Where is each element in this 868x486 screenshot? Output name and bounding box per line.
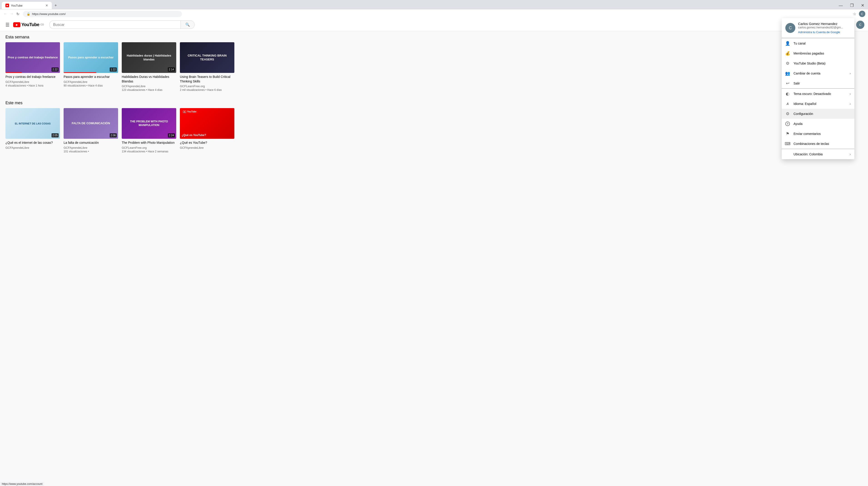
video-duration-freelance: 2:22 — [52, 67, 59, 71]
new-tab-button[interactable]: + — [53, 2, 59, 9]
combinaciones-icon: ⌨ — [785, 142, 790, 146]
youtube-country-badge: CO — [40, 23, 44, 26]
tema-oscuro-arrow: › — [849, 92, 851, 96]
active-tab[interactable]: ▶ YouTube ✕ — [2, 2, 52, 9]
video-thumb-brain: CRITICAL THINKING BRAIN TEASERS — [180, 42, 235, 73]
tab-title: YouTube — [11, 4, 43, 7]
esta-semana-title[interactable]: Esta semana — [5, 31, 863, 42]
video-card-falta[interactable]: FALTA DE COMUNICACIÓN 2:06 La falta de c… — [64, 108, 118, 155]
account-dropdown: C Carlos Gomez Hernandez carlos.gomez.he… — [782, 18, 855, 155]
video-channel-freelance: GCFAprendeLibre — [5, 80, 60, 84]
close-button[interactable]: ✕ — [859, 2, 866, 8]
dropdown-item-membresias[interactable]: 💰 Membresías pagadas — [782, 49, 855, 58]
este-mes-title[interactable]: Este mes — [5, 97, 863, 108]
video-card-que-youtube[interactable]: ▶ YouTube ¿Qué es YouTube? ¿Qué es YouTu… — [180, 108, 235, 155]
header-right: C — [856, 21, 864, 29]
video-card-internet[interactable]: EL INTERNET DE LAS COSAS 2:05 ¿Qué es el… — [5, 108, 60, 155]
video-channel-photo: GCFLearnFree.org — [122, 146, 176, 149]
dropdown-item-yt-studio[interactable]: ⚙ YouTube Studio (Beta) — [782, 58, 855, 68]
video-thumb-pasos: Pasos para aprender a escuchar 1:22 — [64, 42, 118, 73]
video-channel-falta: GCFAprendeLibre — [64, 146, 118, 149]
ubicacion-label: Ubicación: Colombia — [794, 152, 846, 155]
dropdown-item-ubicacion[interactable]: Ubicación: Colombia › — [782, 149, 855, 155]
video-duration-habilidades: 2:14 — [168, 67, 175, 71]
este-mes-grid: EL INTERNET DE LAS COSAS 2:05 ¿Qué es el… — [5, 108, 863, 155]
minimize-button[interactable]: — — [837, 3, 845, 8]
youtube-logo[interactable]: YouTube CO — [13, 22, 44, 27]
video-meta-habilidades: 123 visualizaciones • Hace 4 días — [122, 88, 176, 92]
dropdown-item-cambiar-cuenta[interactable]: 👥 Cambiar de cuenta › — [782, 68, 855, 78]
refresh-button[interactable]: ↻ — [16, 11, 20, 17]
dropdown-item-salir[interactable]: ↩ Salir — [782, 78, 855, 88]
tu-canal-label: Tu canal — [794, 41, 851, 45]
search-bar: 🔍 — [49, 21, 195, 29]
video-thumb-que-youtube: ▶ YouTube ¿Qué es YouTube? — [180, 108, 235, 139]
hamburger-menu-button[interactable]: ☰ — [4, 20, 11, 29]
dropdown-item-configuracion[interactable]: ⚙ Configuración — [782, 109, 855, 119]
salir-icon: ↩ — [785, 81, 790, 86]
video-info-freelance: Pros y contras del trabajo freelance GCF… — [5, 73, 60, 89]
forward-button[interactable]: → — [9, 11, 14, 17]
tab-close-button[interactable]: ✕ — [45, 4, 48, 7]
cambiar-cuenta-icon: 👥 — [785, 71, 790, 75]
user-name: Carlos Gomez Hernandez — [798, 22, 851, 26]
video-meta-pasos: 90 visualizaciones • Hace 4 días — [64, 84, 118, 87]
video-info-pasos: Pasos para aprender a escuchar GCFAprend… — [64, 73, 118, 89]
browser-account-button[interactable]: C — [859, 11, 865, 17]
video-channel-internet: GCFAprendeLibre — [5, 146, 60, 149]
configuracion-icon: ⚙ — [785, 112, 790, 116]
manage-account-link[interactable]: Administra tu Cuenta de Google — [798, 30, 840, 34]
video-meta-brain: 2 mil visualizaciones • Hace 6 días — [180, 88, 235, 92]
user-avatar: C — [785, 23, 795, 33]
dropdown-item-combinaciones[interactable]: ⌨ Combinaciones de teclas — [782, 139, 855, 149]
user-avatar-button[interactable]: C — [856, 21, 864, 29]
youtube-logo-icon — [13, 22, 21, 27]
dropdown-item-ayuda[interactable]: ? Ayuda — [782, 119, 855, 129]
url-box[interactable]: 🔒 https://www.youtube.com/ — [23, 11, 182, 17]
main-content: Esta semana Pros y contras del trabajo f… — [0, 31, 868, 155]
address-bar: ← → ↻ 🔒 https://www.youtube.com/ ☆ C — [0, 9, 868, 19]
video-info-falta: La falta de comunicación GCFAprendeLibre… — [64, 139, 118, 155]
video-card-habilidades[interactable]: Habilidades duras | Habilidades blandas … — [122, 42, 176, 93]
video-thumb-photo: THE PROBLEM WITH PHOTO MANIPULATION 2:24 — [122, 108, 176, 139]
search-button[interactable]: 🔍 — [181, 21, 195, 29]
salir-label: Salir — [794, 82, 851, 85]
video-card-freelance[interactable]: Pros y contras del trabajo freelance 2:2… — [5, 42, 60, 93]
membresias-icon: 💰 — [785, 51, 790, 56]
dropdown-header: C Carlos Gomez Hernandez carlos.gomez.he… — [782, 18, 855, 38]
video-channel-brain: GCFLearnFree.org — [180, 85, 235, 88]
tu-canal-icon: 👤 — [785, 41, 790, 45]
video-info-internet: ¿Qué es el internet de las cosas? GCFApr… — [5, 139, 60, 152]
video-title-internet: ¿Qué es el internet de las cosas? — [5, 141, 60, 145]
video-channel-habilidades: GCFAprendeLibre — [122, 85, 176, 88]
back-button[interactable]: ← — [3, 11, 8, 17]
membresias-label: Membresías pagadas — [794, 52, 851, 55]
video-meta-freelance: 4 visualizaciones • Hace 1 hora — [5, 84, 60, 87]
ayuda-label: Ayuda — [794, 122, 851, 126]
maximize-button[interactable]: ❐ — [848, 2, 856, 8]
video-duration-pasos: 1:22 — [110, 67, 117, 71]
tema-oscuro-icon: ◐ — [785, 92, 790, 96]
dropdown-item-enviar-comentarios[interactable]: ⚑ Enviar comentarios — [782, 129, 855, 139]
dropdown-item-tema-oscuro[interactable]: ◐ Tema oscuro: Desactivado › — [782, 89, 855, 99]
browser-chrome: ▶ YouTube ✕ + — ❐ ✕ ← → ↻ 🔒 https://www.… — [0, 0, 868, 19]
video-thumb-habilidades: Habilidades duras | Habilidades blandas … — [122, 42, 176, 73]
cambiar-cuenta-label: Cambiar de cuenta — [794, 71, 846, 75]
video-progress-freelance — [5, 72, 22, 73]
dropdown-item-idioma[interactable]: A Idioma: Español › — [782, 99, 855, 109]
video-progress-pasos — [64, 72, 96, 73]
ubicacion-arrow: › — [849, 152, 851, 155]
thumb-overlay-brain: CRITICAL THINKING BRAIN TEASERS — [180, 42, 235, 73]
video-card-photo[interactable]: THE PROBLEM WITH PHOTO MANIPULATION 2:24… — [122, 108, 176, 155]
video-card-pasos[interactable]: Pasos para aprender a escuchar 1:22 Paso… — [64, 42, 118, 93]
lock-icon: 🔒 — [27, 12, 30, 16]
search-input[interactable] — [49, 21, 181, 29]
video-info-brain: Using Brain Teasers to Build Critical Th… — [180, 73, 235, 93]
video-card-brain[interactable]: CRITICAL THINKING BRAIN TEASERS Using Br… — [180, 42, 235, 93]
dropdown-item-tu-canal[interactable]: 👤 Tu canal — [782, 38, 855, 49]
user-email: carlos.gomez.hernandez82@gm... — [798, 26, 851, 29]
idioma-icon: A — [785, 101, 790, 106]
video-channel-que-youtube: GCFAprendeLibre — [180, 146, 235, 149]
video-meta-photo: 134 visualizaciones • Hace 2 semanas — [122, 150, 176, 153]
bookmark-button[interactable]: ☆ — [853, 12, 856, 16]
